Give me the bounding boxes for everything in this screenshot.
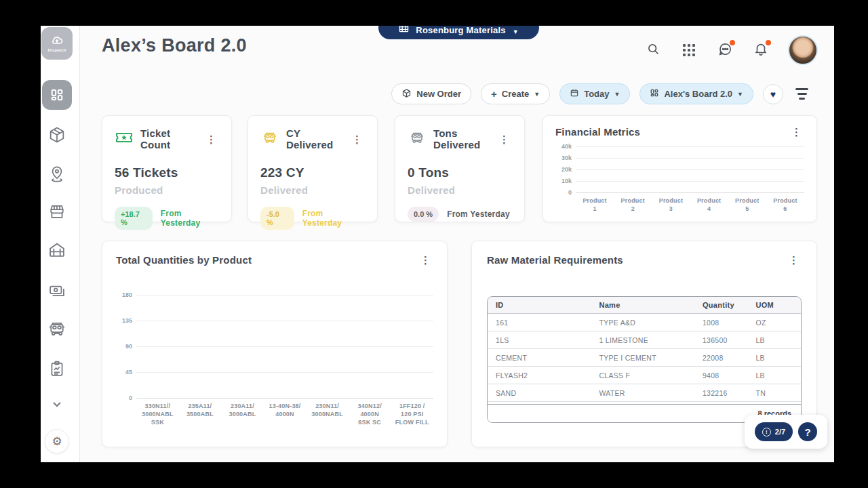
- cloud-upload-icon: [50, 35, 64, 47]
- kebab-menu-icon[interactable]: ⋮: [418, 253, 433, 266]
- table-header-row: IDNameQuantityUOM: [488, 297, 801, 314]
- sidebar-item-settings[interactable]: ⚙: [45, 429, 69, 453]
- table-cell: 1 LIMESTONE: [591, 336, 694, 344]
- board-tiles-icon: [650, 88, 659, 100]
- dispatch-logo[interactable]: Dispatch: [41, 27, 73, 60]
- notification-dot: [730, 40, 735, 45]
- chart-title: Total Quantities by Product: [116, 254, 252, 266]
- kebab-menu-icon[interactable]: ⋮: [496, 133, 512, 146]
- table-cell: 22008: [694, 354, 748, 362]
- money-icon: [47, 281, 66, 300]
- sidebar-item-reports[interactable]: [47, 359, 66, 378]
- kebab-menu-icon[interactable]: ⋮: [789, 125, 804, 138]
- sidebar-item-orders[interactable]: [47, 125, 66, 144]
- kebab-menu-icon[interactable]: ⋮: [349, 133, 365, 146]
- table-cell: TYPE I CEMENT: [591, 354, 694, 362]
- date-filter-label: Today: [584, 89, 609, 99]
- messages-button[interactable]: [716, 41, 734, 59]
- y-axis-tick: 135: [122, 317, 132, 324]
- logo-label: Dispatch: [48, 48, 66, 52]
- kpi-subtitle: Produced: [115, 184, 219, 196]
- favorite-button[interactable]: ♥: [763, 84, 783, 104]
- quantities-chart-plot: 18013590450: [136, 295, 433, 398]
- kpi-title: Ticket Count: [140, 127, 197, 150]
- create-label: Create: [502, 89, 529, 99]
- kpi-value: 223 CY: [260, 165, 365, 180]
- quantities-chart-xlabels: 330N11//3000NABLSSK235A11/3500ABL230A11/…: [136, 402, 433, 426]
- table-cell: 1LS: [488, 336, 591, 344]
- help-widget: ! 2/7 ?: [745, 415, 827, 449]
- sidebar-item-market[interactable]: [47, 202, 66, 221]
- search-button[interactable]: [644, 41, 662, 59]
- notifications-button[interactable]: [752, 41, 770, 59]
- info-icon: !: [762, 428, 771, 436]
- user-avatar[interactable]: [788, 35, 818, 65]
- kebab-menu-icon[interactable]: ⋮: [786, 253, 802, 266]
- help-button[interactable]: ?: [798, 422, 817, 441]
- financial-chart-xlabels: Product1Product2Product3Product4Product5…: [576, 197, 804, 213]
- search-icon: [646, 42, 660, 59]
- kpi-badge: +18.7 %: [115, 207, 153, 230]
- x-axis-label: 235A11/3500ABL: [179, 402, 222, 426]
- kpi-subtitle: Delivered: [260, 184, 365, 196]
- materials-table[interactable]: IDNameQuantityUOM 161TYPE A&D1008OZ1LS1 …: [488, 297, 801, 404]
- sidebar-item-trucks[interactable]: [47, 319, 67, 339]
- y-axis-tick: 0: [568, 189, 572, 196]
- y-axis-tick: 40k: [561, 143, 572, 150]
- table-cell: TN: [747, 389, 801, 397]
- table-cell: 136500: [694, 336, 748, 344]
- ticket-icon: [115, 130, 134, 148]
- progress-label: 2/7: [775, 428, 785, 436]
- x-axis-label: Product5: [728, 197, 766, 213]
- kpi-note: From Yesterday: [161, 209, 219, 228]
- kpi-note: From Yesterday: [302, 209, 365, 228]
- truck-icon: [47, 319, 67, 339]
- create-button[interactable]: + Create ▼: [481, 83, 550, 104]
- onboarding-progress-button[interactable]: ! 2/7: [755, 422, 793, 441]
- kpi-badge: -5.0 %: [260, 207, 294, 230]
- chart-title: Financial Metrics: [555, 126, 640, 138]
- board-selector-button[interactable]: Alex's Board 2.0 ▼: [639, 83, 753, 104]
- new-order-button[interactable]: New Order: [391, 83, 471, 104]
- sidebar-item-locations[interactable]: [47, 163, 66, 182]
- kpi-note: From Yesterday: [447, 209, 510, 219]
- financial-chart-plot: 40k30k20k10k0: [576, 146, 804, 192]
- x-axis-label: 13-40N-38/4000N: [264, 402, 307, 426]
- heart-icon: ♥: [770, 89, 776, 99]
- kpi-value: 56 Tickets: [115, 165, 219, 180]
- sidebar-item-billing[interactable]: [47, 281, 66, 300]
- table-cell: LB: [747, 336, 801, 344]
- y-axis-tick: 90: [125, 343, 132, 350]
- table-row: 161TYPE A&D1008OZ: [488, 314, 801, 331]
- sidebar-item-plants[interactable]: [47, 241, 66, 260]
- gridline: [576, 192, 804, 193]
- apps-menu-button[interactable]: [680, 41, 698, 59]
- question-mark-icon: ?: [805, 426, 811, 438]
- table-cell: 9408: [694, 371, 748, 380]
- filter-button[interactable]: [793, 85, 811, 102]
- y-axis-tick: 10k: [561, 178, 572, 184]
- chevron-down-icon: [52, 398, 62, 410]
- table-cell: SAND: [488, 389, 591, 397]
- y-axis-tick: 30k: [561, 155, 572, 161]
- report-clipboard-icon: [47, 359, 66, 378]
- chevron-down-icon: ▼: [737, 91, 743, 98]
- column-header: UOM: [747, 301, 801, 309]
- gridline: [136, 398, 433, 399]
- date-filter-button[interactable]: Today ▼: [559, 83, 630, 104]
- table-cell: 1008: [694, 319, 748, 327]
- kebab-menu-icon[interactable]: ⋮: [203, 133, 219, 146]
- y-axis-tick: 180: [122, 291, 132, 298]
- x-axis-label: Product3: [652, 197, 690, 213]
- building-icon: [399, 26, 409, 35]
- kpi-title: CY Delivered: [286, 127, 342, 150]
- sidebar-item-dashboard[interactable]: [42, 80, 72, 110]
- table-cell: CLASS F: [591, 371, 694, 380]
- plant-structure-icon: [47, 241, 66, 260]
- org-selector[interactable]: Rosenburg Materials ▼: [378, 26, 539, 39]
- table-cell: FLYASH2: [488, 371, 591, 380]
- sidebar-expand[interactable]: [52, 398, 62, 410]
- kpi-title: Tons Delivered: [433, 127, 490, 150]
- table-cell: 132216: [694, 389, 748, 397]
- y-axis-tick: 0: [129, 394, 132, 401]
